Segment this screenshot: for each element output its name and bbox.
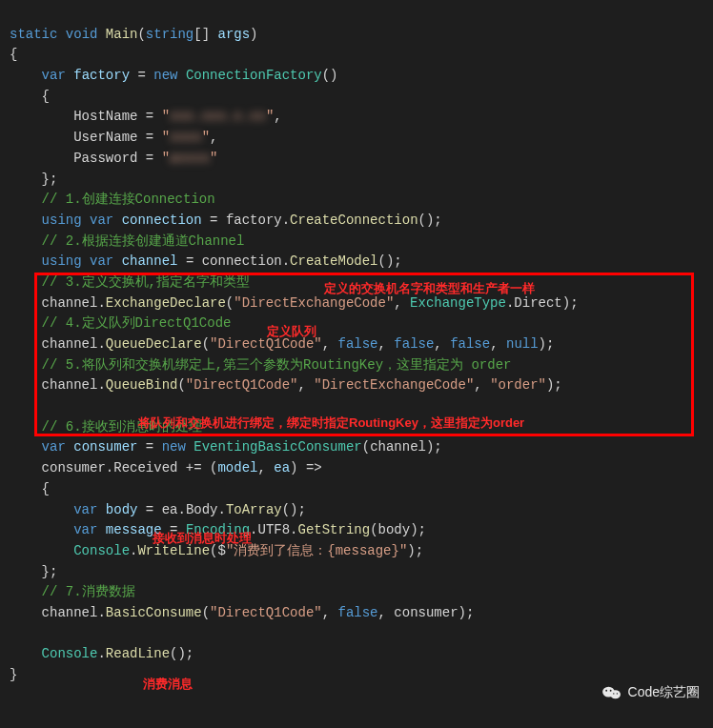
watermark-text: Code综艺圈 [628, 682, 700, 703]
svg-point-3 [609, 690, 611, 692]
method-main: Main [106, 27, 138, 42]
method-queuebind: QueueBind [106, 377, 178, 393]
method-queuedeclare: QueueDeclare [106, 336, 202, 352]
svg-point-5 [616, 693, 617, 694]
method-readline: ReadLine [106, 646, 170, 661]
id-connection: connection [122, 212, 202, 228]
method-createconnection: CreateConnection [290, 212, 418, 228]
prop-password: Password [73, 151, 137, 166]
method-basicconsume: BasicConsume [106, 605, 202, 620]
id-body: body [106, 502, 138, 517]
comment-3: // 3.定义交换机,指定名字和类型 [42, 274, 250, 290]
comment-1: // 1.创建连接Connection [42, 192, 215, 207]
kw-var: var [42, 68, 66, 83]
comment-5: // 5.将队列和交换机绑定上,第三个参数为RoutingKey，这里指定为 o… [42, 357, 512, 373]
param-args: args [218, 27, 251, 42]
kw-string: string [146, 27, 194, 42]
comment-2: // 2.根据连接创建通道Channel [42, 233, 245, 249]
id-consumer: consumer [73, 439, 137, 455]
method-createmodel: CreateModel [290, 253, 377, 269]
annotation-2: 定义队列 [267, 322, 316, 341]
id-channel: channel [122, 253, 178, 269]
comment-7: // 7.消费数据 [42, 584, 135, 599]
watermark: Code综艺圈 [601, 682, 700, 703]
prop-username: UserName [73, 130, 137, 145]
str-order: "order" [490, 377, 546, 393]
type-connfactory: ConnectionFactory [186, 68, 322, 83]
svg-point-4 [613, 693, 614, 694]
annotation-5: 消费消息 [143, 675, 193, 694]
svg-point-2 [605, 690, 607, 692]
annotation-4: 接收到消息时处理 [153, 529, 252, 548]
blur-pass: axxxx [170, 149, 210, 170]
annotation-3: 将队列和交换机进行绑定，绑定时指定RoutingKey，这里指定为order [138, 414, 524, 433]
blur-host: xxx.xxx.x.xx [170, 107, 266, 128]
prop-hostname: HostName [73, 109, 137, 124]
method-exchangedeclare: ExchangeDeclare [106, 295, 226, 311]
id-factory: factory [73, 68, 130, 83]
code-block: static void Main(string[] args) { var fa… [0, 0, 713, 690]
blur-user: xxxx [170, 128, 202, 149]
kw-void: void [66, 27, 98, 42]
comment-4: // 4.定义队列DirectQ1Code [42, 315, 232, 331]
type-eventingbasicconsumer: EventingBasicConsumer [194, 439, 361, 455]
annotation-1: 定义的交换机名字和类型和生产者一样 [324, 279, 535, 298]
str-consume-msg: "消费到了信息：{message}" [226, 543, 407, 558]
wechat-icon [601, 684, 622, 701]
kw-new: new [153, 68, 177, 83]
kw-static: static [10, 27, 57, 42]
svg-point-1 [610, 690, 621, 698]
